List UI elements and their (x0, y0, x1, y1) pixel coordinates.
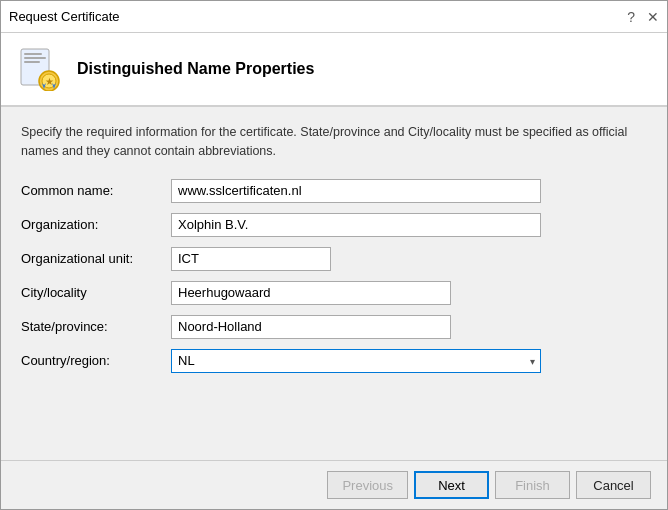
label-common-name: Common name: (21, 183, 171, 198)
svg-rect-1 (24, 53, 42, 55)
svg-rect-2 (24, 57, 46, 59)
input-common-name[interactable] (171, 179, 541, 203)
form-row-state: State/province: (21, 315, 647, 339)
finish-button[interactable]: Finish (495, 471, 570, 499)
country-select-wrapper: NL US DE FR GB ▾ (171, 349, 541, 373)
page-title: Distinguished Name Properties (77, 60, 314, 78)
input-org-unit[interactable] (171, 247, 331, 271)
window-title: Request Certificate (9, 9, 120, 24)
next-button[interactable]: Next (414, 471, 489, 499)
form-row-country: Country/region: NL US DE FR GB ▾ (21, 349, 647, 373)
cancel-button[interactable]: Cancel (576, 471, 651, 499)
svg-rect-3 (24, 61, 40, 63)
header-section: ★ Distinguished Name Properties (1, 33, 667, 107)
select-country[interactable]: NL US DE FR GB (171, 349, 541, 373)
title-bar-left: Request Certificate (9, 9, 120, 24)
title-bar: Request Certificate ? ✕ (1, 1, 667, 33)
svg-text:★: ★ (45, 76, 54, 87)
form-row-organization: Organization: (21, 213, 647, 237)
help-button[interactable]: ? (627, 9, 635, 25)
title-bar-controls: ? ✕ (627, 9, 659, 25)
form-row-common-name: Common name: (21, 179, 647, 203)
label-state: State/province: (21, 319, 171, 334)
label-city: City/locality (21, 285, 171, 300)
input-city[interactable] (171, 281, 451, 305)
form-row-org-unit: Organizational unit: (21, 247, 647, 271)
footer: Previous Next Finish Cancel (1, 460, 667, 509)
previous-button[interactable]: Previous (327, 471, 408, 499)
input-organization[interactable] (171, 213, 541, 237)
close-button[interactable]: ✕ (647, 9, 659, 25)
input-state[interactable] (171, 315, 451, 339)
content-area: Specify the required information for the… (1, 107, 667, 460)
label-country: Country/region: (21, 353, 171, 368)
certificate-icon: ★ (17, 47, 61, 91)
label-organization: Organization: (21, 217, 171, 232)
form-row-city: City/locality (21, 281, 647, 305)
label-org-unit: Organizational unit: (21, 251, 171, 266)
form-fields: Common name: Organization: Organizationa… (21, 179, 647, 373)
window: Request Certificate ? ✕ ★ Distinguished … (0, 0, 668, 510)
description-text: Specify the required information for the… (21, 123, 647, 161)
